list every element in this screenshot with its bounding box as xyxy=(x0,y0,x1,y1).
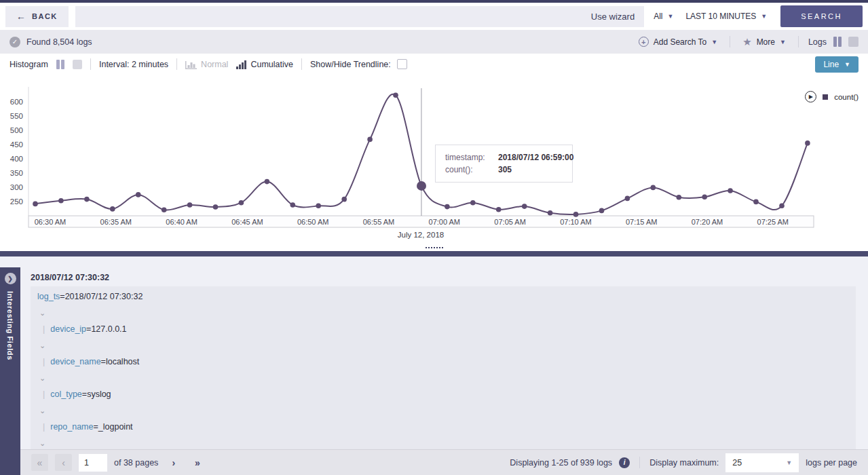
data-point[interactable] xyxy=(728,188,733,193)
data-point[interactable] xyxy=(753,200,759,205)
last-page-button[interactable]: » xyxy=(189,454,206,471)
cumulative-mode-button[interactable]: Cumulative xyxy=(236,60,293,69)
data-point[interactable] xyxy=(393,93,398,98)
chevron-down-icon: ⌄ xyxy=(39,402,849,419)
field-value: syslog xyxy=(87,390,111,399)
tooltip-timestamp-value: 2018/07/12 06:59:00 xyxy=(498,153,573,162)
data-point[interactable] xyxy=(290,202,296,208)
separator xyxy=(798,36,799,48)
chart-type-dropdown[interactable]: Line ▼ xyxy=(815,56,858,73)
data-point[interactable] xyxy=(651,185,656,191)
next-page-button[interactable]: › xyxy=(165,454,182,471)
search-field[interactable]: Use wizard xyxy=(75,6,644,27)
time-range-value: LAST 10 MINUTES xyxy=(685,12,756,21)
search-button[interactable]: SEARCH xyxy=(780,5,863,27)
chevron-down-icon: ⌄ xyxy=(39,370,849,386)
data-point[interactable] xyxy=(548,210,553,216)
data-point[interactable] xyxy=(522,204,527,209)
histogram-panel: 06:30 AM06:35 AM06:40 AM06:45 AM06:50 AM… xyxy=(0,75,868,251)
data-point[interactable] xyxy=(84,197,90,202)
more-dropdown[interactable]: ★ More ▼ xyxy=(740,36,789,48)
legend-swatch xyxy=(823,94,828,100)
interesting-fields-rail[interactable]: ❯ Interesting Fields xyxy=(0,267,20,475)
back-label: BACK xyxy=(32,12,58,20)
column-view-icon[interactable] xyxy=(833,37,842,47)
page-number-input[interactable] xyxy=(79,454,107,472)
time-range-dropdown[interactable]: LAST 10 MINUTES ▼ xyxy=(683,12,770,21)
top-search-bar: ← BACK Use wizard All ▼ LAST 10 MINUTES … xyxy=(0,3,868,30)
data-point[interactable] xyxy=(162,207,167,212)
pages-count-label: of 38 pages xyxy=(114,458,158,468)
log-field-list: log_ts=2018/07/12 07:30:32⌄|device_ip=12… xyxy=(31,286,856,475)
data-point[interactable] xyxy=(573,212,579,217)
data-point[interactable] xyxy=(265,179,270,185)
info-icon[interactable]: i xyxy=(619,457,630,468)
x-tick-label: 06:50 AM xyxy=(297,218,328,226)
data-point[interactable] xyxy=(496,207,502,212)
field-key: col_type xyxy=(50,390,82,399)
grid-view-icon[interactable] xyxy=(848,37,858,47)
prev-page-button[interactable]: ‹ xyxy=(55,454,72,471)
y-tick-label: 350 xyxy=(10,169,23,177)
data-point[interactable] xyxy=(58,198,64,204)
data-point[interactable] xyxy=(316,204,321,209)
data-point[interactable] xyxy=(33,202,38,207)
data-point[interactable] xyxy=(110,206,115,212)
trendline-label: Show/Hide Trendline: xyxy=(310,60,391,69)
field-tag[interactable]: repo_name=_logpoint⌄ xyxy=(37,422,849,451)
field-tag[interactable]: col_type=syslog⌄ xyxy=(37,390,849,419)
back-button[interactable]: ← BACK xyxy=(5,6,69,27)
histogram-solid-view-icon[interactable] xyxy=(73,60,82,69)
normal-chart-icon xyxy=(185,60,197,69)
logs-view-label: Logs xyxy=(808,37,827,47)
logs-per-page-label: logs per page xyxy=(806,458,857,468)
selected-data-point[interactable] xyxy=(417,181,426,191)
data-point[interactable] xyxy=(445,204,450,210)
data-point[interactable] xyxy=(367,137,373,142)
chart-legend: ▶ count() xyxy=(805,91,858,102)
chevron-down-icon: ▼ xyxy=(711,39,717,45)
chart-type-value: Line xyxy=(823,60,839,69)
data-point[interactable] xyxy=(470,200,476,206)
data-point[interactable] xyxy=(625,196,630,202)
tooltip-count-label: count(): xyxy=(445,165,498,174)
pagination-bar: « ‹ of 38 pages › » Displaying 1-25 of 9… xyxy=(20,449,868,475)
play-circle-icon[interactable]: ▶ xyxy=(805,91,816,102)
data-point[interactable] xyxy=(599,208,605,214)
field-value: 127.0.0.1 xyxy=(91,324,126,334)
chevron-down-icon: ▼ xyxy=(786,459,792,466)
data-point[interactable] xyxy=(187,202,193,208)
legend-label: count() xyxy=(834,93,858,101)
add-search-to-dropdown[interactable]: + Add Search To ▼ xyxy=(636,37,720,47)
found-logs-text: Found 8,504 logs xyxy=(26,37,92,47)
data-point[interactable] xyxy=(805,140,810,146)
data-point[interactable] xyxy=(677,195,682,200)
x-tick-label: 07:00 AM xyxy=(429,218,460,226)
first-page-button[interactable]: « xyxy=(31,454,48,471)
histogram-bars-view-icon[interactable] xyxy=(56,60,64,69)
data-point[interactable] xyxy=(239,200,244,206)
x-tick-label: 06:40 AM xyxy=(166,218,197,226)
chevron-down-icon: ⌄ xyxy=(39,305,849,321)
field-tag[interactable]: device_name=localhost⌄ xyxy=(37,357,849,386)
y-tick-label: 500 xyxy=(10,126,23,134)
display-maximum-select[interactable]: 25 ▼ xyxy=(725,453,799,472)
plus-circle-icon: + xyxy=(639,37,649,47)
chevron-down-icon: ▼ xyxy=(761,13,767,20)
field-separator: | xyxy=(43,422,45,432)
data-point[interactable] xyxy=(213,204,219,210)
use-wizard-link[interactable]: Use wizard xyxy=(591,12,635,22)
field-tag[interactable]: log_ts=2018/07/12 07:30:32⌄ xyxy=(37,292,849,321)
expand-fields-icon[interactable]: ❯ xyxy=(5,273,16,284)
data-point[interactable] xyxy=(779,204,785,209)
search-input[interactable] xyxy=(85,12,591,22)
normal-mode-button[interactable]: Normal xyxy=(185,60,228,69)
trendline-checkbox[interactable] xyxy=(397,59,407,69)
histogram-label: Histogram xyxy=(10,60,48,69)
data-point[interactable] xyxy=(702,195,707,200)
field-tag[interactable]: device_ip=127.0.0.1⌄ xyxy=(37,324,849,354)
data-point[interactable] xyxy=(341,197,347,202)
data-point[interactable] xyxy=(136,192,141,197)
scope-dropdown[interactable]: All ▼ xyxy=(651,12,676,21)
chevron-down-icon: ⌄ xyxy=(39,337,849,354)
